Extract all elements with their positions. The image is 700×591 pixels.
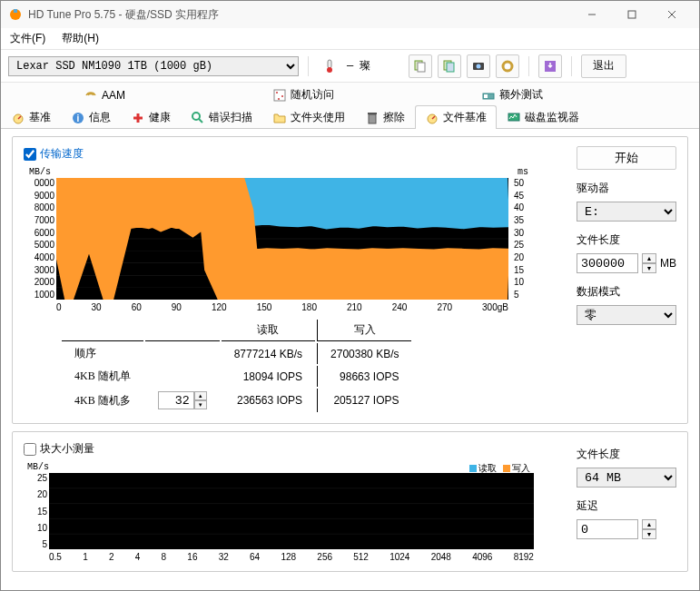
svg-rect-3 bbox=[628, 11, 636, 18]
svg-point-19 bbox=[281, 95, 283, 97]
legend-write: 写入 bbox=[512, 463, 530, 473]
close-button[interactable] bbox=[652, 2, 692, 27]
toolbar: Lexar SSD NM1090 1TB (1000 gB) — 璨 退出 bbox=[1, 50, 699, 83]
transfer-checkbox-row: 传输速度 bbox=[24, 146, 567, 162]
filelen2-label: 文件长度 bbox=[577, 447, 676, 462]
svg-point-7 bbox=[327, 67, 332, 73]
row-4k-write: 98663 IOPS bbox=[317, 366, 411, 387]
y2-axis: 252015105 bbox=[24, 473, 47, 549]
app-icon bbox=[8, 7, 23, 22]
filelen-up[interactable]: ▲ bbox=[642, 253, 656, 263]
tab-strip: AAM 随机访问 额外测试 基准 i信息 健康 错误扫描 文件夹使用 擦除 文件… bbox=[1, 83, 699, 129]
datamode-select[interactable]: 零 bbox=[577, 305, 676, 325]
titlebar: HD Tune Pro 5.75 - 硬盘/SSD 实用程序 bbox=[1, 1, 699, 28]
tab-bench[interactable]: 基准 bbox=[1, 105, 61, 129]
qd-input[interactable] bbox=[158, 391, 194, 409]
exit-button[interactable]: 退出 bbox=[581, 54, 626, 78]
svg-point-27 bbox=[192, 113, 200, 120]
qd-up[interactable]: ▲ bbox=[194, 391, 207, 400]
temperature-icon[interactable] bbox=[318, 54, 341, 78]
delay-down[interactable]: ▼ bbox=[642, 529, 656, 539]
row-4k-read: 18094 IOPS bbox=[222, 366, 315, 387]
blocksize-checkbox-row: 块大小测量 bbox=[24, 441, 567, 457]
svg-point-20 bbox=[278, 98, 280, 100]
legend-read-swatch bbox=[469, 465, 477, 472]
filelen-input[interactable] bbox=[577, 253, 638, 273]
delay-label: 延迟 bbox=[577, 498, 676, 514]
svg-point-13 bbox=[477, 64, 481, 68]
tab-extra[interactable]: 额外测试 bbox=[471, 83, 553, 106]
delay-up[interactable]: ▲ bbox=[642, 519, 656, 529]
tab-info[interactable]: i信息 bbox=[61, 105, 121, 129]
transfer-checkbox[interactable] bbox=[24, 148, 36, 161]
transfer-chart: MB/s ms 00009000800070006000500040003000… bbox=[24, 167, 541, 312]
tab-folder[interactable]: 文件夹使用 bbox=[262, 105, 355, 129]
y-left-axis: 0000900080007000600050004000300020001000 bbox=[24, 178, 54, 300]
tab-health[interactable]: 健康 bbox=[121, 105, 181, 129]
tab-filebench[interactable]: 文件基准 bbox=[415, 105, 497, 129]
maximize-button[interactable] bbox=[612, 2, 652, 27]
col-read: 读取 bbox=[222, 320, 315, 341]
y-right-axis: 5045403530252015105 bbox=[510, 178, 541, 300]
separator bbox=[571, 56, 572, 76]
tab-random[interactable]: 随机访问 bbox=[262, 83, 344, 106]
row-4kmulti-label: 4KB 随机多 bbox=[62, 389, 143, 412]
plot2-area bbox=[49, 473, 534, 549]
copy-info-button[interactable] bbox=[409, 54, 432, 78]
delay-input[interactable] bbox=[577, 519, 638, 539]
drive-select[interactable]: E: bbox=[577, 202, 676, 222]
row-seq-read: 8777214 KB/s bbox=[222, 343, 315, 364]
result-table: 读取写入 顺序8777214 KB/s2700380 KB/s 4KB 随机单1… bbox=[60, 318, 413, 414]
separator bbox=[528, 56, 529, 76]
tab-error[interactable]: 错误扫描 bbox=[181, 105, 262, 129]
datamode-label: 数据模式 bbox=[577, 284, 676, 300]
qd-spinner[interactable]: ▲▼ bbox=[158, 391, 207, 409]
blocksize-label: 块大小测量 bbox=[40, 441, 94, 457]
qd-down[interactable]: ▼ bbox=[194, 400, 207, 409]
drive-label: 驱动器 bbox=[577, 181, 676, 196]
tab-erase[interactable]: 擦除 bbox=[355, 105, 415, 129]
svg-point-18 bbox=[276, 92, 278, 94]
svg-line-28 bbox=[199, 119, 202, 123]
svg-rect-22 bbox=[484, 94, 488, 98]
svg-rect-30 bbox=[368, 113, 377, 114]
content-area: 传输速度 MB/s ms 000090008000700060005000400… bbox=[1, 129, 699, 590]
svg-text:i: i bbox=[77, 113, 80, 123]
y2-unit: MB/s bbox=[27, 462, 49, 472]
row-seq-write: 2700380 KB/s bbox=[317, 343, 411, 364]
row-seq-label: 顺序 bbox=[62, 343, 143, 364]
start-button[interactable]: 开始 bbox=[577, 146, 676, 170]
copy-screenshot-button[interactable] bbox=[438, 54, 461, 78]
transfer-panel: 传输速度 MB/s ms 000090008000700060005000400… bbox=[12, 136, 688, 424]
save-screenshot-button[interactable] bbox=[467, 54, 490, 78]
window-title: HD Tune Pro 5.75 - 硬盘/SSD 实用程序 bbox=[28, 7, 572, 23]
settings-button[interactable] bbox=[496, 54, 519, 78]
svg-rect-9 bbox=[418, 63, 425, 72]
menubar: 文件(F) 帮助(H) bbox=[1, 28, 699, 50]
menu-file[interactable]: 文件(F) bbox=[6, 29, 49, 48]
legend-read: 读取 bbox=[478, 463, 497, 473]
device-select[interactable]: Lexar SSD NM1090 1TB (1000 gB) bbox=[8, 56, 299, 76]
y-left-unit: MB/s bbox=[29, 167, 51, 177]
svg-rect-6 bbox=[328, 60, 331, 68]
filelen-down[interactable]: ▼ bbox=[642, 263, 656, 273]
svg-point-15 bbox=[506, 64, 509, 68]
blocksize-checkbox[interactable] bbox=[24, 443, 36, 456]
row-4k-label: 4KB 随机单 bbox=[62, 366, 143, 387]
save-result-button[interactable] bbox=[538, 54, 562, 78]
temp-value: — 璨 bbox=[347, 58, 370, 74]
filelen2-select[interactable]: 64 MB bbox=[577, 468, 676, 488]
svg-rect-1 bbox=[14, 9, 17, 13]
col-write: 写入 bbox=[317, 320, 411, 341]
filelen-label: 文件长度 bbox=[577, 232, 676, 248]
svg-rect-17 bbox=[274, 90, 285, 101]
tab-aam[interactable]: AAM bbox=[74, 83, 135, 106]
tab-monitor[interactable]: 磁盘监视器 bbox=[497, 105, 589, 129]
plot-area bbox=[56, 178, 508, 300]
blocksize-chart: MB/s 252015105 读取 写入 0.51248163264128256… bbox=[24, 462, 541, 562]
blocksize-panel: 块大小测量 MB/s 252015105 读取 写入 0.51248163264… bbox=[12, 431, 688, 572]
minimize-button[interactable] bbox=[572, 2, 612, 27]
menu-help[interactable]: 帮助(H) bbox=[58, 29, 103, 48]
transfer-label: 传输速度 bbox=[40, 146, 84, 162]
row-4kmulti-read: 236563 IOPS bbox=[222, 389, 315, 412]
